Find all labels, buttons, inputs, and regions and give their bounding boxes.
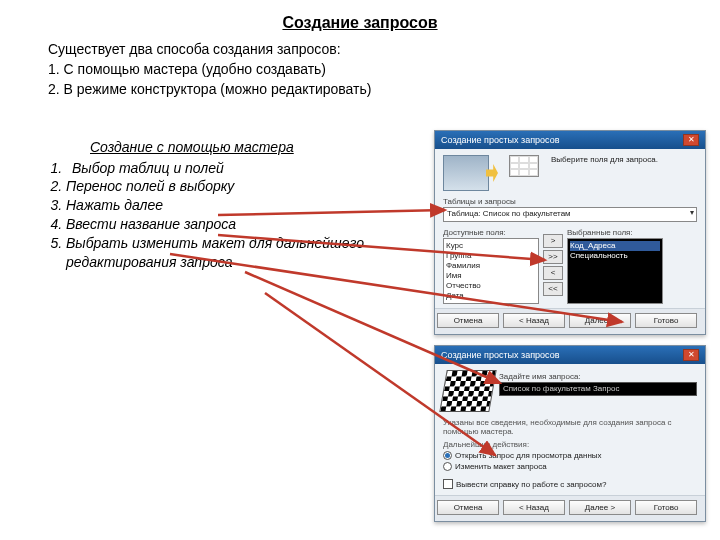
avail-label: Доступные поля: [443, 228, 539, 237]
intro-item-2: 2. В режиме конструктора (можно редактир… [48, 80, 720, 98]
tables-combo[interactable]: Таблица: Список по факультетам [443, 207, 697, 222]
selected-fields-list[interactable]: Код_Адреса Специальность [567, 238, 663, 304]
step-5: Выбрать изменить макет для дальнейшего р… [66, 234, 366, 272]
wizard-icon [443, 155, 489, 191]
intro-item-1: 1. С помощью мастера (удобно создавать) [48, 60, 720, 78]
finish-button[interactable]: Готово [635, 313, 697, 328]
radio-open-label: Открыть запрос для просмотра данных [455, 451, 602, 460]
list-item[interactable]: Фамилия [446, 261, 536, 271]
available-fields-list[interactable]: Курс Группа Фамилия Имя Отчество Дата [443, 238, 539, 304]
dialog1-hint: Выберите поля для запроса. [545, 155, 697, 164]
step-4: Ввести название запроса [66, 215, 366, 234]
list-item[interactable]: Курс [446, 241, 536, 251]
dialog2-titlebar: Создание простых запросов ✕ [435, 346, 705, 364]
back-button[interactable]: < Назад [503, 313, 565, 328]
back-button[interactable]: < Назад [503, 500, 565, 515]
intro-block: Существует два способа создания запросов… [48, 40, 720, 99]
intro-lead: Существует два способа создания запросов… [48, 40, 720, 58]
tables-label: Таблицы и запросы [443, 197, 697, 206]
close-icon[interactable]: ✕ [683, 349, 699, 361]
finish-flag-icon [439, 370, 496, 412]
checkbox-icon [443, 479, 453, 489]
move-left-button[interactable]: < [543, 266, 563, 280]
step-2: Перенос полей в выборку [66, 177, 366, 196]
radio-icon [443, 462, 452, 471]
query-name-label: Задайте имя запроса: [499, 372, 697, 381]
help-check-row[interactable]: Вывести справку по работе с запросом? [443, 479, 697, 489]
radio-edit-row[interactable]: Изменить макет запроса [443, 462, 697, 471]
grid-icon [509, 155, 539, 177]
move-all-left-button[interactable]: << [543, 282, 563, 296]
selected-label: Выбранные поля: [567, 228, 663, 237]
move-all-right-button[interactable]: >> [543, 250, 563, 264]
list-item[interactable]: Группа [446, 251, 536, 261]
radio-icon [443, 451, 452, 460]
step-1: Выбор таблиц и полей [66, 159, 366, 178]
cancel-button[interactable]: Отмена [437, 313, 499, 328]
wizard-dialog-name: Создание простых запросов ✕ Задайте имя … [434, 345, 706, 522]
list-item[interactable]: Отчество [446, 281, 536, 291]
dialog2-hint1: Указаны все сведения, необходимые для со… [443, 418, 697, 436]
radio-open-row[interactable]: Открыть запрос для просмотра данных [443, 451, 697, 460]
dialog1-title: Создание простых запросов [441, 135, 559, 145]
dialog2-hint2: Дальнейшие действия: [443, 440, 697, 449]
finish-button[interactable]: Готово [635, 500, 697, 515]
next-button[interactable]: Далее > [569, 500, 631, 515]
move-right-button[interactable]: > [543, 234, 563, 248]
wizard-steps: Выбор таблиц и полей Перенос полей в выб… [48, 159, 366, 272]
close-icon[interactable]: ✕ [683, 134, 699, 146]
list-item[interactable]: Имя [446, 271, 536, 281]
step-3: Нажать далее [66, 196, 366, 215]
list-item[interactable]: Специальность [570, 251, 660, 261]
list-item[interactable]: Код_Адреса [570, 241, 660, 251]
list-item[interactable]: Дата [446, 291, 536, 301]
radio-edit-label: Изменить макет запроса [455, 462, 547, 471]
cancel-button[interactable]: Отмена [437, 500, 499, 515]
dialog2-title: Создание простых запросов [441, 350, 559, 360]
next-button[interactable]: Далее > [569, 313, 631, 328]
wizard-dialog-fields: Создание простых запросов ✕ Выберите пол… [434, 130, 706, 335]
help-check-label: Вывести справку по работе с запросом? [456, 480, 606, 489]
query-name-input[interactable]: Список по факультетам Запрос [499, 382, 697, 396]
dialog1-titlebar: Создание простых запросов ✕ [435, 131, 705, 149]
page-title: Создание запросов [0, 14, 720, 32]
